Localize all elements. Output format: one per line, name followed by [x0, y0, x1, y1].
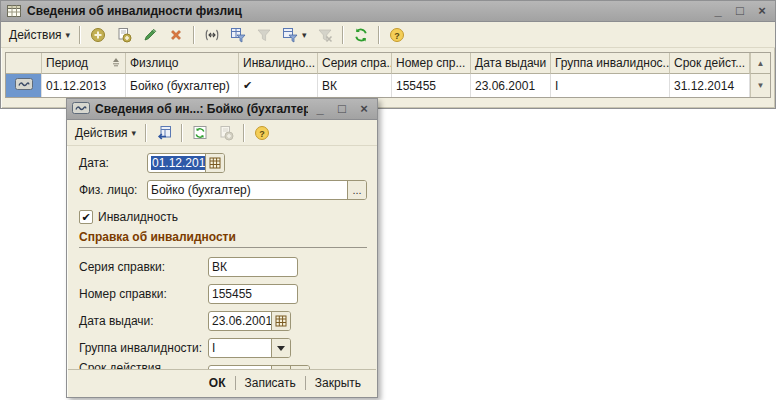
refresh-button[interactable]: [349, 24, 373, 46]
cell-disability[interactable]: ✔: [239, 74, 318, 97]
record-marker-cell: [6, 74, 42, 97]
date-input[interactable]: 01.12.2013: [148, 154, 205, 172]
reread-button[interactable]: [188, 122, 212, 144]
calendar-grid-icon: [275, 315, 287, 327]
copy-add-icon: [116, 27, 132, 43]
edit-button[interactable]: [138, 24, 162, 46]
filter-by-value-button[interactable]: [252, 24, 276, 46]
filter-settings-icon: [230, 27, 246, 43]
toolbar-separator: [79, 26, 81, 44]
add-icon: [90, 27, 106, 43]
calendar-picker-button[interactable]: [205, 154, 224, 172]
disability-group-input[interactable]: I: [209, 339, 271, 357]
chevron-down-icon: [277, 346, 285, 355]
dialog-titlebar[interactable]: Сведения об ин...: Бойко (бухгалтер) _ □…: [67, 99, 377, 120]
help-icon: ?: [254, 125, 270, 141]
number-input-group: 155455: [208, 284, 298, 304]
column-header-number[interactable]: Номер спр...: [392, 53, 471, 74]
cell-issue-date[interactable]: 23.06.2001: [471, 74, 551, 97]
date-input-group: 01.12.2013: [147, 153, 225, 173]
person-input[interactable]: Бойко (бухгалтер): [148, 181, 347, 199]
cell-series[interactable]: ВК: [318, 74, 392, 97]
series-field-row: Серия справки: ВК: [79, 257, 367, 277]
date-label: Дата:: [79, 156, 147, 170]
maximize-icon[interactable]: □: [733, 4, 747, 18]
column-header-valid-until[interactable]: Срок дейст...: [670, 53, 750, 74]
maximize-icon[interactable]: □: [335, 102, 349, 116]
lookup-ellipsis-button[interactable]: ...: [347, 181, 366, 199]
record-marker-icon: [15, 78, 33, 93]
table-row[interactable]: 01.12.2013 Бойко (бухгалтер) ✔ ВК 155455…: [6, 74, 770, 97]
help-button[interactable]: ?: [385, 24, 409, 46]
column-header-disability[interactable]: Инвалидно...: [239, 53, 318, 74]
record-marker-icon: [72, 102, 90, 117]
ok-button[interactable]: ОК: [200, 376, 235, 390]
filter-sort-button[interactable]: [226, 24, 250, 46]
column-header-issue-date[interactable]: Дата выдачи: [471, 53, 551, 74]
series-label: Серия справки:: [79, 260, 208, 274]
scroll-down-button[interactable]: ▼: [750, 74, 770, 97]
actions-menu-button[interactable]: Действия ▾: [5, 24, 74, 46]
series-input-group: ВК: [208, 257, 298, 277]
table-header-row: Период Физлицо Инвалидно... Серия спра..…: [6, 53, 770, 74]
records-table: Период Физлицо Инвалидно... Серия спра..…: [5, 52, 771, 98]
cell-period[interactable]: 01.12.2013: [42, 74, 126, 97]
calendar-grid-icon: [209, 157, 221, 169]
dialog-actions-menu-button[interactable]: Действия ▾: [71, 122, 140, 144]
dialog-form: Дата: 01.12.2013 Физ. лицо: Бойко (бухга…: [67, 146, 377, 385]
fit-columns-button[interactable]: [200, 24, 224, 46]
refresh-icon: [353, 27, 369, 43]
dialog-window-controls: _ □ ×: [313, 102, 371, 116]
disability-group-input-group: I: [208, 338, 291, 358]
issue-date-field-row: Дата выдачи: 23.06.2001: [79, 311, 367, 331]
column-header-person[interactable]: Физлицо: [126, 53, 239, 74]
minimize-icon[interactable]: _: [313, 102, 327, 116]
add-copy-button[interactable]: [112, 24, 136, 46]
cell-person[interactable]: Бойко (бухгалтер): [126, 74, 239, 97]
close-icon[interactable]: ×: [755, 4, 769, 18]
chevron-down-icon: ▾: [132, 128, 137, 138]
column-header-group[interactable]: Группа инвалиднос...: [551, 53, 670, 74]
close-icon[interactable]: ×: [357, 102, 371, 116]
save-button[interactable]: [152, 122, 176, 144]
number-input[interactable]: 155455: [209, 285, 297, 303]
write-button[interactable]: Записать: [236, 376, 305, 390]
fit-width-icon: [204, 27, 220, 43]
svg-text:?: ?: [394, 30, 400, 40]
issue-date-input[interactable]: 23.06.2001: [209, 312, 271, 330]
dialog-help-button[interactable]: ?: [250, 122, 274, 144]
disability-checkbox[interactable]: ✔: [79, 210, 93, 224]
filter-clear-button[interactable]: [313, 24, 337, 46]
cell-number[interactable]: 155455: [392, 74, 471, 97]
scroll-up-button[interactable]: ▲: [750, 53, 770, 74]
cell-valid-until[interactable]: 31.12.2014: [670, 74, 750, 97]
delete-button[interactable]: [164, 24, 188, 46]
copy-button[interactable]: [214, 122, 238, 144]
close-button[interactable]: Закрыть: [306, 376, 370, 390]
column-header-period[interactable]: Период: [42, 53, 126, 74]
column-header-marker[interactable]: [6, 53, 42, 74]
issue-date-label: Дата выдачи:: [79, 314, 208, 328]
dialog-actions-menu-label: Действия: [75, 126, 128, 140]
add-button[interactable]: [86, 24, 110, 46]
filter-history-button[interactable]: ▾: [278, 24, 311, 46]
date-field-row: Дата: 01.12.2013: [79, 153, 367, 173]
calendar-picker-button[interactable]: [271, 312, 290, 330]
window-controls: _ □ ×: [711, 4, 769, 18]
toolbar-separator: [181, 124, 183, 142]
toolbar-separator: [342, 26, 344, 44]
toolbar-separator: [193, 26, 195, 44]
dropdown-button[interactable]: [271, 339, 290, 357]
cell-group[interactable]: I: [551, 74, 670, 97]
list-window-titlebar[interactable]: Сведения об инвалидности физлиц _ □ ×: [1, 1, 775, 22]
sort-ascending-icon: [111, 56, 121, 70]
toolbar-separator: [378, 26, 380, 44]
table-list-icon: [6, 3, 22, 19]
record-dialog: Сведения об ин...: Бойко (бухгалтер) _ □…: [66, 98, 378, 398]
column-header-series[interactable]: Серия спра...: [318, 53, 392, 74]
series-input[interactable]: ВК: [209, 258, 297, 276]
actions-menu-label: Действия: [9, 28, 62, 42]
filter-history-icon: [282, 27, 298, 43]
minimize-icon[interactable]: _: [711, 4, 725, 18]
number-label: Номер справки:: [79, 287, 208, 301]
